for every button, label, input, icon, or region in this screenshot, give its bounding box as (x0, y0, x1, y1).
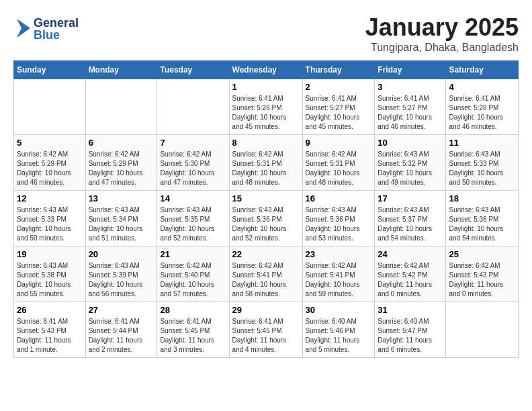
day-info: Sunrise: 6:40 AM Sunset: 5:46 PM Dayligh… (306, 317, 372, 355)
day-number: 20 (89, 249, 154, 259)
day-number: 23 (306, 249, 372, 259)
day-info: Sunrise: 6:43 AM Sunset: 5:38 PM Dayligh… (17, 261, 83, 299)
day-info: Sunrise: 6:43 AM Sunset: 5:33 PM Dayligh… (449, 150, 515, 187)
day-number: 7 (160, 138, 226, 148)
day-number: 10 (378, 138, 443, 148)
day-number: 15 (232, 193, 300, 203)
title-section: January 2025 Tungipara, Dhaka, Banglades… (365, 13, 519, 54)
day-number: 8 (232, 138, 300, 148)
calendar-cell: 12Sunrise: 6:43 AM Sunset: 5:33 PM Dayli… (14, 191, 86, 246)
header-day-tuesday: Tuesday (157, 61, 229, 79)
header-day-friday: Friday (375, 61, 446, 79)
week-row-4: 19Sunrise: 6:43 AM Sunset: 5:38 PM Dayli… (14, 246, 519, 302)
week-row-3: 12Sunrise: 6:43 AM Sunset: 5:33 PM Dayli… (14, 191, 519, 246)
logo: GeneralBlue (13, 13, 94, 44)
day-number: 12 (17, 193, 83, 203)
day-info: Sunrise: 6:41 AM Sunset: 5:27 PM Dayligh… (378, 94, 443, 132)
calendar-cell: 21Sunrise: 6:42 AM Sunset: 5:40 PM Dayli… (157, 246, 229, 302)
location-title: Tungipara, Dhaka, Bangladesh (365, 42, 519, 54)
calendar-cell: 1Sunrise: 6:41 AM Sunset: 5:26 PM Daylig… (229, 79, 302, 135)
header-day-thursday: Thursday (302, 61, 375, 79)
header-day-monday: Monday (85, 61, 157, 79)
calendar-cell (157, 79, 229, 135)
calendar-cell: 24Sunrise: 6:42 AM Sunset: 5:42 PM Dayli… (375, 246, 446, 302)
day-number: 24 (378, 249, 443, 259)
calendar-cell: 14Sunrise: 6:43 AM Sunset: 5:35 PM Dayli… (157, 191, 229, 246)
day-number: 2 (306, 82, 372, 92)
week-row-2: 5Sunrise: 6:42 AM Sunset: 5:29 PM Daylig… (14, 135, 519, 191)
calendar-cell: 7Sunrise: 6:42 AM Sunset: 5:30 PM Daylig… (157, 135, 229, 191)
month-title: January 2025 (365, 13, 519, 42)
calendar-cell: 3Sunrise: 6:41 AM Sunset: 5:27 PM Daylig… (375, 79, 446, 135)
day-info: Sunrise: 6:42 AM Sunset: 5:31 PM Dayligh… (306, 150, 372, 187)
day-info: Sunrise: 6:42 AM Sunset: 5:29 PM Dayligh… (89, 150, 154, 187)
day-info: Sunrise: 6:41 AM Sunset: 5:27 PM Dayligh… (306, 94, 372, 132)
day-info: Sunrise: 6:43 AM Sunset: 5:36 PM Dayligh… (306, 205, 372, 243)
calendar-cell: 8Sunrise: 6:42 AM Sunset: 5:31 PM Daylig… (229, 135, 302, 191)
day-number: 18 (449, 193, 515, 203)
svg-marker-0 (17, 19, 30, 38)
day-info: Sunrise: 6:40 AM Sunset: 5:47 PM Dayligh… (378, 317, 443, 355)
calendar-cell (14, 79, 86, 135)
calendar-cell: 18Sunrise: 6:43 AM Sunset: 5:38 PM Dayli… (446, 191, 519, 246)
day-info: Sunrise: 6:43 AM Sunset: 5:38 PM Dayligh… (449, 205, 515, 243)
day-info: Sunrise: 6:43 AM Sunset: 5:39 PM Dayligh… (89, 261, 154, 299)
calendar-cell: 25Sunrise: 6:42 AM Sunset: 5:43 PM Dayli… (446, 246, 519, 302)
calendar-cell: 16Sunrise: 6:43 AM Sunset: 5:36 PM Dayli… (302, 191, 375, 246)
day-number: 13 (89, 193, 154, 203)
day-number: 14 (160, 193, 226, 203)
calendar-cell: 30Sunrise: 6:40 AM Sunset: 5:46 PM Dayli… (302, 302, 375, 358)
svg-text:General: General (34, 16, 79, 30)
calendar-cell: 13Sunrise: 6:43 AM Sunset: 5:34 PM Dayli… (85, 191, 157, 246)
calendar-cell: 28Sunrise: 6:41 AM Sunset: 5:45 PM Dayli… (157, 302, 229, 358)
header-day-sunday: Sunday (14, 61, 86, 79)
day-number: 25 (449, 249, 515, 259)
calendar-cell: 5Sunrise: 6:42 AM Sunset: 5:29 PM Daylig… (14, 135, 86, 191)
day-number: 3 (378, 82, 443, 92)
calendar-cell: 15Sunrise: 6:43 AM Sunset: 5:36 PM Dayli… (229, 191, 302, 246)
calendar-cell: 29Sunrise: 6:41 AM Sunset: 5:45 PM Dayli… (229, 302, 302, 358)
calendar-cell: 6Sunrise: 6:42 AM Sunset: 5:29 PM Daylig… (85, 135, 157, 191)
day-number: 21 (160, 249, 226, 259)
day-info: Sunrise: 6:43 AM Sunset: 5:37 PM Dayligh… (378, 205, 443, 243)
day-number: 30 (306, 305, 372, 315)
day-info: Sunrise: 6:42 AM Sunset: 5:42 PM Dayligh… (378, 261, 443, 299)
day-info: Sunrise: 6:42 AM Sunset: 5:31 PM Dayligh… (232, 150, 300, 187)
day-number: 6 (89, 138, 154, 148)
day-number: 19 (17, 249, 83, 259)
day-info: Sunrise: 6:41 AM Sunset: 5:26 PM Dayligh… (232, 94, 300, 132)
day-number: 11 (449, 138, 515, 148)
day-info: Sunrise: 6:41 AM Sunset: 5:44 PM Dayligh… (89, 317, 154, 355)
calendar-cell: 26Sunrise: 6:41 AM Sunset: 5:43 PM Dayli… (14, 302, 86, 358)
calendar-cell: 9Sunrise: 6:42 AM Sunset: 5:31 PM Daylig… (302, 135, 375, 191)
day-number: 31 (378, 305, 443, 315)
calendar-cell (85, 79, 157, 135)
calendar-cell: 23Sunrise: 6:42 AM Sunset: 5:41 PM Dayli… (302, 246, 375, 302)
day-info: Sunrise: 6:42 AM Sunset: 5:40 PM Dayligh… (160, 261, 226, 299)
header-row: SundayMondayTuesdayWednesdayThursdayFrid… (14, 61, 519, 79)
day-info: Sunrise: 6:42 AM Sunset: 5:30 PM Dayligh… (160, 150, 226, 187)
svg-text:Blue: Blue (34, 28, 60, 42)
day-number: 1 (232, 82, 300, 92)
calendar-table: SundayMondayTuesdayWednesdayThursdayFrid… (13, 60, 519, 358)
calendar-cell: 4Sunrise: 6:41 AM Sunset: 5:28 PM Daylig… (446, 79, 519, 135)
day-number: 16 (306, 193, 372, 203)
day-info: Sunrise: 6:43 AM Sunset: 5:35 PM Dayligh… (160, 205, 226, 243)
day-info: Sunrise: 6:43 AM Sunset: 5:36 PM Dayligh… (232, 205, 300, 243)
day-number: 17 (378, 193, 443, 203)
page-header: GeneralBlue January 2025 Tungipara, Dhak… (13, 13, 519, 54)
day-info: Sunrise: 6:42 AM Sunset: 5:41 PM Dayligh… (306, 261, 372, 299)
day-info: Sunrise: 6:43 AM Sunset: 5:33 PM Dayligh… (17, 205, 83, 243)
day-info: Sunrise: 6:43 AM Sunset: 5:32 PM Dayligh… (378, 150, 443, 187)
calendar-cell: 27Sunrise: 6:41 AM Sunset: 5:44 PM Dayli… (85, 302, 157, 358)
calendar-cell: 10Sunrise: 6:43 AM Sunset: 5:32 PM Dayli… (375, 135, 446, 191)
day-number: 5 (17, 138, 83, 148)
day-number: 4 (449, 82, 515, 92)
day-info: Sunrise: 6:42 AM Sunset: 5:41 PM Dayligh… (232, 261, 300, 299)
day-number: 29 (232, 305, 300, 315)
day-info: Sunrise: 6:42 AM Sunset: 5:43 PM Dayligh… (449, 261, 515, 299)
calendar-cell: 22Sunrise: 6:42 AM Sunset: 5:41 PM Dayli… (229, 246, 302, 302)
calendar-cell: 20Sunrise: 6:43 AM Sunset: 5:39 PM Dayli… (85, 246, 157, 302)
day-number: 28 (160, 305, 226, 315)
day-info: Sunrise: 6:42 AM Sunset: 5:29 PM Dayligh… (17, 150, 83, 187)
